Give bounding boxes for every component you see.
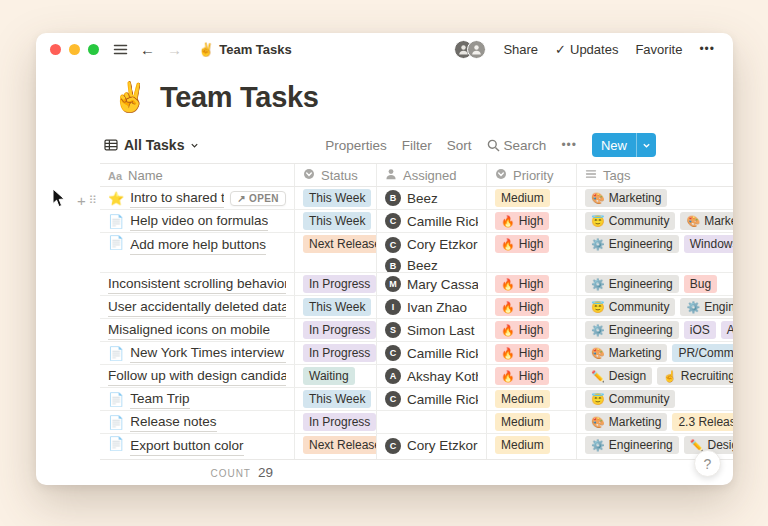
page-title[interactable]: ✌️ Team Tasks [112, 79, 733, 115]
status-pill[interactable]: This Week [303, 212, 371, 230]
breadcrumb[interactable]: ✌️ Team Tasks [198, 42, 292, 57]
priority-cell[interactable]: 🔥High [487, 210, 577, 232]
priority-cell[interactable]: Medium [487, 187, 577, 209]
priority-pill[interactable]: 🔥High [495, 275, 549, 293]
view-more-options-icon[interactable]: ••• [561, 138, 577, 152]
priority-cell[interactable]: 🔥High [487, 342, 577, 364]
tag-pill[interactable]: 🎨Marketing [585, 344, 667, 362]
tags-cell[interactable]: 🎨Marketing [577, 187, 733, 209]
row-name-cell[interactable]: 📄New York Times interview prep [100, 342, 295, 364]
minimize-window-button[interactable] [69, 44, 80, 55]
tag-pill[interactable]: 2.3 Release [672, 413, 733, 431]
priority-pill[interactable]: Medium [495, 189, 550, 207]
priority-cell[interactable]: Medium [487, 411, 577, 433]
assigned-cell[interactable]: BBeez [377, 187, 487, 209]
column-header-tags[interactable]: Tags [577, 164, 733, 186]
status-pill[interactable]: Waiting [303, 367, 355, 385]
priority-pill[interactable]: 🔥High [495, 344, 549, 362]
add-row-icon[interactable]: + [77, 193, 86, 208]
tags-cell[interactable]: ✏️Design☝️Recruiting [577, 365, 733, 387]
tags-cell[interactable]: 😇Community🎨Marketing [577, 210, 733, 232]
column-header-assigned[interactable]: Assigned [377, 164, 487, 186]
new-button[interactable]: New [592, 133, 636, 157]
search-button[interactable]: Search [487, 138, 547, 153]
priority-pill[interactable]: Medium [495, 413, 550, 431]
status-cell[interactable]: This Week [295, 388, 377, 410]
priority-pill[interactable]: Medium [495, 436, 550, 454]
favorite-button[interactable]: Favorite [635, 42, 682, 57]
status-pill[interactable]: In Progress [303, 413, 376, 431]
tag-pill[interactable]: ⚙️Engineering [585, 275, 679, 293]
row-name-cell[interactable]: 📄Help video on formulas [100, 210, 295, 232]
tags-cell[interactable]: 🎨MarketingPR/Comms [577, 342, 733, 364]
status-pill[interactable]: In Progress [303, 275, 376, 293]
open-button[interactable]: ↗OPEN [230, 191, 286, 206]
tag-pill[interactable]: ⚙️Engineering [585, 321, 679, 339]
row-name-cell[interactable]: 📄Release notes [100, 411, 295, 433]
status-cell[interactable]: Next Release [295, 233, 377, 272]
assigned-cell[interactable]: IIvan Zhao [377, 296, 487, 318]
zoom-window-button[interactable] [88, 44, 99, 55]
view-switcher[interactable]: All Tasks [104, 137, 199, 153]
priority-pill[interactable]: 🔥High [495, 321, 549, 339]
assigned-cell[interactable]: SSimon Last [377, 319, 487, 341]
assigned-cell[interactable] [377, 411, 487, 433]
priority-cell[interactable]: 🔥High [487, 365, 577, 387]
status-cell[interactable]: In Progress [295, 411, 377, 433]
status-pill[interactable]: Next Release [303, 235, 377, 253]
tag-pill[interactable]: iOS [684, 321, 716, 339]
status-cell[interactable]: In Progress [295, 273, 377, 295]
tag-pill[interactable]: 😇Community [585, 298, 675, 316]
tag-pill[interactable]: 🎨Marketing [585, 189, 667, 207]
tag-pill[interactable]: 😇Community [585, 212, 675, 230]
priority-pill[interactable]: 🔥High [495, 367, 549, 385]
status-cell[interactable]: This Week [295, 210, 377, 232]
status-pill[interactable]: Next Release [303, 436, 377, 454]
sort-button[interactable]: Sort [447, 138, 472, 153]
row-name-cell[interactable]: 📄Add more help buttons [100, 233, 295, 272]
priority-cell[interactable]: Medium [487, 434, 577, 459]
share-button[interactable]: Share [503, 42, 538, 57]
collaborator-avatars[interactable] [454, 40, 486, 59]
tag-pill[interactable]: ⚙️Engineering [585, 235, 679, 253]
drag-handle-icon[interactable]: ⠿ [89, 194, 96, 207]
filter-button[interactable]: Filter [402, 138, 432, 153]
row-name-cell[interactable]: Follow up with design candidates [100, 365, 295, 387]
back-arrow-icon[interactable]: ← [140, 42, 155, 57]
count-calculation[interactable]: COUNT 29 [100, 465, 287, 480]
tags-cell[interactable]: 🎨Marketing2.3 Release [577, 411, 733, 433]
row-name-cell[interactable]: ⭐Intro to shared tasks↗OPEN [100, 187, 295, 209]
close-window-button[interactable] [50, 44, 61, 55]
new-dropdown-button[interactable] [636, 133, 656, 157]
forward-arrow-icon[interactable]: → [167, 42, 182, 57]
priority-pill[interactable]: 🔥High [495, 235, 549, 253]
priority-pill[interactable]: 🔥High [495, 298, 549, 316]
help-button[interactable]: ? [694, 450, 721, 477]
tags-cell[interactable]: 😇Community [577, 388, 733, 410]
priority-cell[interactable]: 🔥High [487, 233, 577, 272]
status-cell[interactable]: Waiting [295, 365, 377, 387]
tags-cell[interactable]: 😇Community⚙️Engineering [577, 296, 733, 318]
tag-pill[interactable]: 🎨Marketing [585, 413, 667, 431]
priority-cell[interactable]: 🔥High [487, 319, 577, 341]
status-pill[interactable]: This Week [303, 189, 371, 207]
priority-pill[interactable]: Medium [495, 390, 550, 408]
column-header-priority[interactable]: Priority [487, 164, 577, 186]
tag-pill[interactable]: PR/Comms [672, 344, 733, 362]
assigned-cell[interactable]: CCamille Ricketts [377, 210, 487, 232]
status-pill[interactable]: This Week [303, 298, 371, 316]
status-pill[interactable]: This Week [303, 390, 371, 408]
status-cell[interactable]: This Week [295, 187, 377, 209]
assigned-cell[interactable]: MMary Cassatt [377, 273, 487, 295]
status-cell[interactable]: In Progress [295, 342, 377, 364]
tags-cell[interactable]: ⚙️EngineeringWindows [577, 233, 733, 272]
status-cell[interactable]: In Progress [295, 319, 377, 341]
priority-cell[interactable]: Medium [487, 388, 577, 410]
row-name-cell[interactable]: Misaligned icons on mobile [100, 319, 295, 341]
assigned-cell[interactable]: CCamille Ricketts [377, 342, 487, 364]
page-emoji-icon[interactable]: ✌️ [112, 79, 148, 115]
properties-button[interactable]: Properties [325, 138, 387, 153]
tag-pill[interactable]: 🎨Marketing [680, 212, 733, 230]
column-header-status[interactable]: Status [295, 164, 377, 186]
tags-cell[interactable]: ⚙️EngineeringBug [577, 273, 733, 295]
